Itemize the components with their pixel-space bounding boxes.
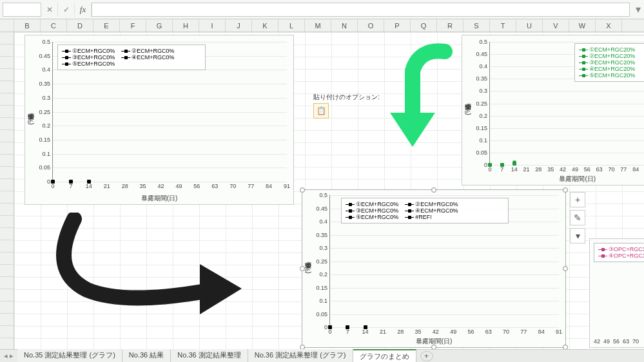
y-tick: 0.2 <box>319 271 330 278</box>
data-point <box>52 180 55 184</box>
row-header[interactable] <box>0 167 14 179</box>
x-tick: 49 <box>175 182 182 189</box>
paste-options-tag[interactable]: 貼り付けのオプション: 📋 <box>313 93 380 119</box>
row-header[interactable] <box>0 228 14 240</box>
column-header[interactable]: F <box>120 19 146 32</box>
column-header[interactable]: B <box>14 19 41 32</box>
paste-options-button[interactable]: 📋 <box>313 103 329 119</box>
row-header[interactable] <box>0 301 14 314</box>
row-header[interactable] <box>0 216 14 228</box>
funnel-icon: ▾ <box>576 231 580 241</box>
column-header[interactable]: V <box>543 19 569 32</box>
row-header[interactable] <box>0 204 14 216</box>
column-header[interactable]: T <box>490 19 516 32</box>
row-header[interactable] <box>0 240 14 252</box>
x-tick: 35 <box>140 182 146 189</box>
sheet-tab[interactable]: No.36 測定結果整理 <box>171 349 248 362</box>
worksheet-grid[interactable]: 膨張率(%) 暴露期間(日) 00.050.10.150.20.250.30.3… <box>14 32 644 349</box>
y-tick: 0.1 <box>479 137 490 144</box>
row-header[interactable] <box>0 69 14 81</box>
row-header[interactable] <box>0 44 14 57</box>
resize-handle[interactable] <box>563 266 568 271</box>
column-header[interactable]: K <box>252 19 278 32</box>
sheet-tab[interactable]: グラフのまとめ <box>353 349 416 362</box>
row-headers[interactable] <box>0 32 14 349</box>
row-header[interactable] <box>0 155 14 167</box>
chart-elements-button[interactable]: + <box>570 192 585 207</box>
column-header[interactable]: M <box>305 19 331 32</box>
resize-handle[interactable] <box>563 187 568 193</box>
row-header[interactable] <box>0 265 14 277</box>
y-tick: 0.3 <box>319 245 330 251</box>
legend-item: ⑤ECM+RGC20% <box>579 72 635 79</box>
column-header[interactable]: S <box>463 19 490 32</box>
resize-handle[interactable] <box>300 266 305 271</box>
row-header[interactable] <box>0 289 14 301</box>
x-tick: 42 <box>560 165 566 173</box>
column-header[interactable]: H <box>173 19 199 32</box>
column-header[interactable]: C <box>41 19 67 32</box>
row-header[interactable] <box>0 93 14 106</box>
legend-item: ④ECM+RGC0% <box>121 54 174 61</box>
row-header[interactable] <box>0 106 14 118</box>
column-header[interactable]: X <box>596 19 622 32</box>
column-header[interactable]: I <box>199 19 226 32</box>
resize-handle[interactable] <box>431 187 436 193</box>
row-header[interactable] <box>0 57 14 69</box>
row-header[interactable] <box>0 142 14 155</box>
formula-input[interactable] <box>92 3 630 17</box>
resize-handle[interactable] <box>300 187 305 193</box>
column-header[interactable]: U <box>516 19 543 32</box>
tab-nav[interactable]: ◂ ▸ <box>0 352 17 360</box>
chart-styles-button[interactable]: ✎ <box>570 210 585 225</box>
chart-ecm-rgc20[interactable]: 膨張率(%) 暴露期間(日) 00.050.10.150.20.250.30.3… <box>462 35 644 186</box>
paste-options-label: 貼り付けのオプション: <box>313 93 380 102</box>
column-header[interactable]: Q <box>411 19 437 32</box>
column-header[interactable]: R <box>437 19 463 32</box>
expand-formula-bar-icon[interactable]: ▾ <box>632 3 644 15</box>
column-header[interactable]: E <box>93 19 120 32</box>
chart-ecm-rgc0-selected[interactable]: 膨張率(%) 暴露期間(日) 00.050.10.150.20.250.30.3… <box>302 189 566 348</box>
column-header[interactable]: O <box>358 19 384 32</box>
row-header[interactable] <box>0 252 14 265</box>
column-header[interactable] <box>0 19 14 32</box>
row-header[interactable] <box>0 326 14 338</box>
x-tick: 77 <box>520 327 527 335</box>
row-header[interactable] <box>0 179 14 191</box>
enter-button[interactable]: ✓ <box>58 3 75 17</box>
chart-opc-rgc31[interactable]: ③OPC+RGC31% ④OPC+RGC31% 42 49 56 63 70 <box>589 238 644 348</box>
row-header[interactable] <box>0 191 14 204</box>
fx-button[interactable]: fx <box>75 3 92 17</box>
x-tick: 42 <box>433 327 439 335</box>
x-tick: 56 <box>584 165 590 173</box>
chart-ecm-rgc0[interactable]: 膨張率(%) 暴露期間(日) 00.050.10.150.20.250.30.3… <box>24 35 294 205</box>
column-header[interactable]: N <box>331 19 358 32</box>
column-header[interactable]: P <box>384 19 411 32</box>
legend-item: ②ECM+RGC0% <box>121 48 174 54</box>
y-axis-label: 膨張率(%) <box>463 105 473 115</box>
cancel-button[interactable]: ✕ <box>41 3 58 17</box>
column-header[interactable]: D <box>67 19 93 32</box>
chart-filters-button[interactable]: ▾ <box>570 228 585 243</box>
sheet-tab[interactable]: No.35 測定結果整理 (グラフ) <box>17 349 122 362</box>
sheet-tab[interactable]: No.36 測定結果整理 (グラフ) <box>248 349 353 362</box>
column-header[interactable]: J <box>226 19 252 32</box>
row-header[interactable] <box>0 32 14 44</box>
column-headers[interactable]: BCDEFGHIJKLMNOPQRSTUVWX <box>0 19 644 32</box>
name-box[interactable] <box>3 3 41 17</box>
row-header[interactable] <box>0 277 14 289</box>
column-header[interactable]: L <box>278 19 305 32</box>
add-sheet-button[interactable]: + <box>420 351 433 361</box>
column-header[interactable]: W <box>569 19 596 32</box>
data-point <box>346 326 349 329</box>
y-tick: 0.05 <box>476 149 490 156</box>
x-tick: 35 <box>547 165 554 173</box>
row-header[interactable] <box>0 118 14 130</box>
column-header[interactable]: G <box>146 19 173 32</box>
x-tick: 14 <box>511 165 518 173</box>
row-header[interactable] <box>0 81 14 93</box>
row-header[interactable] <box>0 314 14 326</box>
sheet-tab[interactable]: No.36 結果 <box>122 349 171 362</box>
row-header[interactable] <box>0 130 14 142</box>
x-tick: 49 <box>572 165 578 173</box>
